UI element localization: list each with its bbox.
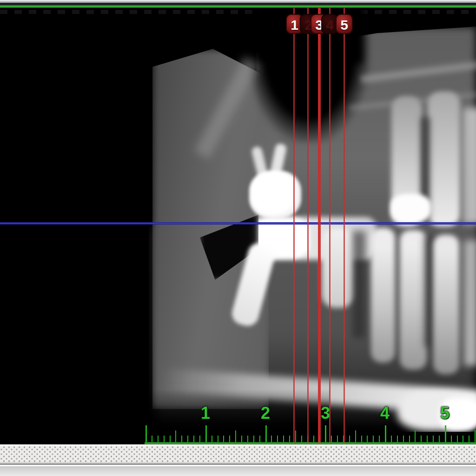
ruler-tick — [295, 430, 296, 443]
ruler-tick — [445, 425, 446, 443]
tooth — [464, 240, 476, 366]
ruler-tick — [355, 430, 356, 443]
ruler-tick — [325, 425, 326, 443]
ruler-label: 1 — [195, 404, 216, 422]
horizontal-splitter[interactable] — [0, 444, 476, 476]
slice-badge-5[interactable]: 5 — [336, 14, 353, 34]
splitter-lower-area — [0, 466, 476, 476]
ruler-tick — [205, 425, 207, 443]
ruler-tick — [235, 430, 236, 443]
tooth — [322, 229, 354, 308]
ruler-tick — [475, 430, 476, 443]
xray-anatomy-shape — [424, 236, 434, 347]
ruler-tick — [265, 425, 267, 443]
ruler-tick — [175, 430, 176, 443]
ruler-tick — [385, 425, 386, 443]
tooth — [390, 194, 431, 223]
xray-anatomy-shape — [352, 231, 365, 338]
tooth — [433, 235, 459, 374]
cross-section-line-2[interactable] — [307, 8, 309, 443]
splitter-grip-dots — [0, 446, 476, 462]
tooth — [463, 108, 476, 224]
ruler-tick — [145, 425, 147, 443]
tooth — [371, 228, 395, 363]
tooth — [400, 230, 427, 370]
app-window: 1 2 3 4 5 1 2 3 4 5 — [0, 0, 476, 476]
cross-section-line-4[interactable] — [329, 8, 331, 443]
cross-section-line-1[interactable] — [293, 8, 295, 443]
ruler-tick — [415, 430, 416, 443]
tooth — [428, 92, 460, 226]
axial-slice-line[interactable] — [0, 222, 476, 225]
cross-section-line-3[interactable] — [318, 8, 321, 443]
panoramic-xray-image[interactable] — [149, 8, 476, 445]
ruler-label: 2 — [255, 404, 276, 422]
ruler-label: 4 — [375, 404, 395, 422]
cross-section-line-5[interactable] — [344, 8, 345, 443]
ruler-label: 5 — [435, 404, 455, 422]
